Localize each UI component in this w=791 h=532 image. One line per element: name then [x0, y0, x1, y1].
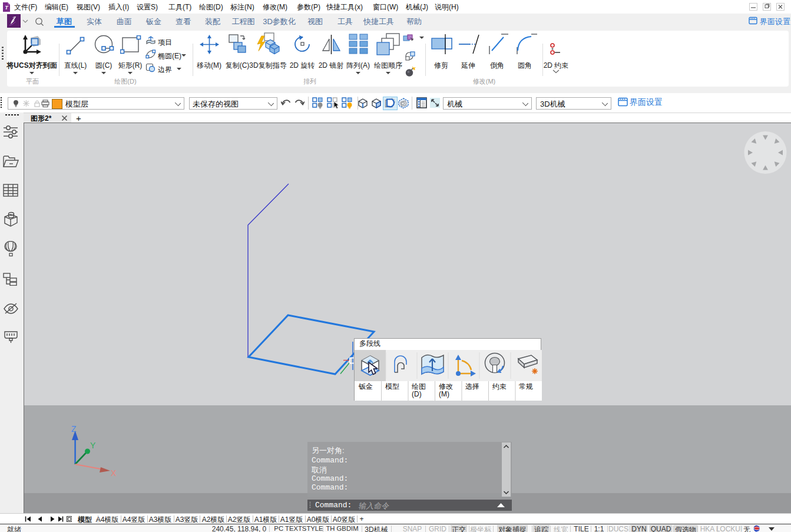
- svg-text:X: X: [111, 468, 117, 478]
- svg-text:Z: Z: [71, 424, 77, 434]
- svg-text:Y: Y: [90, 441, 96, 450]
